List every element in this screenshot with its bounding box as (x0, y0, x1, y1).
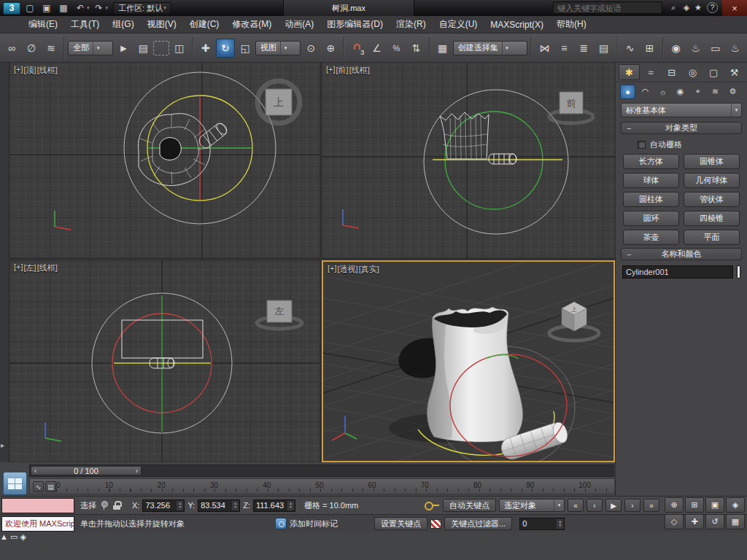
set-key-button[interactable]: 设置关键点 (374, 517, 427, 530)
auto-key-button[interactable]: 自动关键点 (443, 499, 496, 512)
select-object-icon[interactable]: ► (114, 39, 133, 58)
teapot-button[interactable]: 茶壶 (623, 230, 679, 245)
zoom-extents-all-icon[interactable]: ◈ (726, 497, 745, 513)
workspace-dropdown[interactable]: 工作区: 默认 ▾ (113, 2, 171, 15)
plane-button[interactable]: 平面 (684, 230, 740, 245)
bind-to-space-warp-icon[interactable]: ≋ (42, 39, 61, 58)
trunk-object-front[interactable] (440, 112, 489, 159)
subtab-helpers-icon[interactable]: ⌖ (690, 85, 705, 99)
key-filters-button[interactable]: 关键点过滤器... (444, 517, 512, 530)
viewcube-perspective[interactable]: 上 (549, 302, 599, 341)
open-file-icon[interactable]: ▣ (39, 1, 54, 15)
frame-back-icon[interactable]: ‹ (34, 467, 36, 475)
menu-customize[interactable]: 自定义(U) (433, 16, 484, 33)
select-and-scale-icon[interactable]: ◱ (236, 39, 255, 58)
isolate-selection-icon[interactable] (99, 500, 109, 510)
tray-misc-icon[interactable]: ◈ (20, 532, 26, 541)
rollout-name-color[interactable]: − 名称和颜色 (621, 248, 742, 260)
tab-display-icon[interactable]: ▢ (704, 64, 724, 80)
render-production-icon[interactable]: ♨ (726, 39, 745, 58)
select-and-manipulate-icon[interactable]: ⊕ (321, 39, 340, 58)
geosphere-button[interactable]: 几何球体 (684, 173, 740, 188)
undo-caret-icon[interactable]: ▾ (87, 5, 90, 11)
spinner-icon[interactable]: ▲▼ (232, 501, 239, 510)
viewport-menu-plus[interactable]: [+] (14, 65, 23, 76)
angle-snap-icon[interactable]: ∠ (367, 39, 386, 58)
rendered-frame-window-icon[interactable]: ▭ (706, 39, 725, 58)
material-editor-icon[interactable]: ◉ (667, 39, 686, 58)
time-slider-track[interactable]: ‹ 0 / 100 › (29, 464, 614, 477)
help-icon[interactable]: ? (707, 2, 718, 13)
viewcube-front[interactable]: 前 (549, 92, 593, 123)
selection-lock-icon[interactable] (112, 500, 122, 510)
menu-graph-editors[interactable]: 图形编辑器(D) (320, 16, 390, 33)
menu-modifiers[interactable]: 修改器(M) (225, 16, 278, 33)
tab-utilities-icon[interactable]: ⚒ (724, 64, 744, 80)
viewport-perspective-canvas[interactable]: 上 (323, 262, 614, 461)
spinner-icon[interactable]: ▲▼ (557, 519, 563, 529)
select-by-name-icon[interactable]: ▤ (133, 39, 152, 58)
mini-curve-editor-icon[interactable]: ∿ (33, 481, 44, 492)
time-tag-icon[interactable] (275, 518, 287, 529)
autogrid-checkbox[interactable] (638, 141, 646, 149)
maxscript-mini-listener[interactable]: 欢迎使用 MAXScript (1, 516, 74, 532)
timeline-ruler[interactable]: ∿ ▤ 0 10 20 30 40 50 60 70 80 90 100 (29, 478, 615, 494)
graphite-ribbon-icon[interactable]: ▤ (594, 39, 613, 58)
subtab-shapes-icon[interactable]: ◠ (638, 85, 653, 99)
select-and-move-icon[interactable]: ✚ (196, 39, 215, 58)
viewport-left[interactable]: 左 [+] [左] [线框] (9, 260, 320, 462)
object-color-swatch[interactable] (737, 265, 740, 279)
render-setup-icon[interactable]: ♨ (686, 39, 705, 58)
viewport-menu-shading[interactable]: [线框] (37, 65, 58, 76)
favorites-star-icon[interactable]: ★ (692, 1, 705, 14)
viewport-menu-shading[interactable]: [真实] (359, 264, 379, 275)
trunk-object-top[interactable] (139, 114, 211, 186)
tray-display-icon[interactable]: ▭ (10, 532, 18, 541)
pan-icon[interactable]: ✚ (685, 514, 704, 529)
align-icon[interactable]: ≡ (554, 39, 573, 58)
viewcube-left[interactable]: 左 (257, 300, 302, 329)
rollout-object-type[interactable]: − 对象类型 (621, 122, 742, 134)
viewport-top[interactable]: 上 [+] [顶] [线框] (9, 63, 320, 258)
rectangular-selection-region-icon[interactable] (153, 41, 169, 55)
previous-frame-button[interactable]: ‹ (587, 499, 603, 512)
viewport-menu-plus[interactable]: [+] (326, 65, 336, 76)
close-icon[interactable]: × (722, 0, 747, 16)
subtab-lights-icon[interactable]: ☼ (655, 85, 670, 99)
viewport-perspective[interactable]: 上 [+] [透视] [真实] (322, 260, 615, 462)
add-time-tag-label[interactable]: 添加时间标记 (290, 518, 338, 529)
time-slider-handle[interactable]: ‹ 0 / 100 › (31, 466, 142, 475)
menu-rendering[interactable]: 渲染(R) (390, 16, 433, 33)
edit-named-selection-sets-icon[interactable]: ▦ (433, 39, 452, 58)
cylinder-button[interactable]: 圆柱体 (623, 192, 679, 207)
viewport-menu-view[interactable]: [前] (336, 65, 349, 76)
search-icon[interactable]: ⌕ (667, 1, 680, 14)
select-and-rotate-icon[interactable]: ↻ (216, 39, 235, 58)
search-input[interactable] (553, 1, 662, 14)
save-file-icon[interactable]: ▦ (56, 1, 71, 15)
spinner-icon[interactable]: ▲▼ (177, 501, 183, 510)
pyramid-button[interactable]: 四棱锥 (684, 211, 740, 226)
menu-group[interactable]: 组(G) (106, 16, 140, 33)
menu-tools[interactable]: 工具(T) (64, 16, 106, 33)
expand-strip-icon[interactable]: ▸ (1, 441, 4, 449)
box-button[interactable]: 长方体 (623, 154, 679, 169)
field-of-view-icon[interactable]: ◇ (665, 514, 684, 529)
select-and-link-icon[interactable]: ∞ (2, 39, 21, 58)
zoom-icon[interactable]: ⊕ (665, 497, 684, 513)
zoom-extents-icon[interactable]: ▣ (705, 497, 724, 513)
viewport-menu-shading[interactable]: [线框] (37, 262, 58, 273)
new-file-icon[interactable]: ▢ (23, 1, 37, 15)
set-keys-icon[interactable] (424, 499, 440, 511)
tab-motion-icon[interactable]: ◎ (683, 64, 703, 80)
redo-icon[interactable]: ↷ (92, 1, 107, 15)
key-filter-dropdown[interactable]: 选定对象 ▾ (499, 499, 565, 512)
viewport-left-canvas[interactable]: 左 (9, 260, 320, 462)
mini-track-icon[interactable]: ▤ (45, 481, 56, 492)
schematic-view-icon[interactable]: ⊞ (640, 39, 659, 58)
z-coordinate-field[interactable]: 111.643 ▲▼ (253, 499, 295, 512)
trunk-object-perspective[interactable] (427, 307, 523, 442)
maxscript-macro-recorder[interactable] (1, 498, 74, 513)
tab-create-icon[interactable]: ✱ (619, 64, 640, 80)
redo-caret-icon[interactable]: ▾ (106, 5, 109, 11)
